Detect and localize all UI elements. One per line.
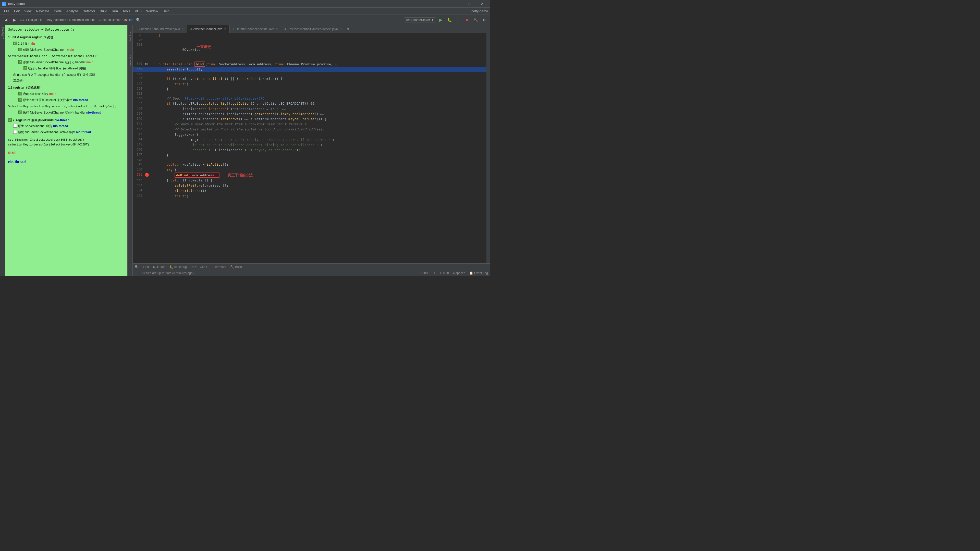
encoding[interactable]: UTF-8 bbox=[440, 271, 449, 275]
checkbox-start-boss[interactable] bbox=[18, 92, 22, 96]
tab-close-1[interactable]: ✕ bbox=[224, 27, 226, 30]
menu-vcs[interactable]: VCS bbox=[133, 8, 144, 14]
checkbox-section-2[interactable] bbox=[8, 118, 12, 122]
tab-default-pipeline[interactable]: J DefaultChannelPipeline.java ✕ bbox=[230, 25, 282, 33]
todo-tool[interactable]: ☑ 6: TODO bbox=[191, 265, 207, 269]
code-line-544: 544 msg: "A non-root user can't receive … bbox=[133, 137, 487, 142]
menu-file[interactable]: File bbox=[2, 8, 11, 14]
menu-edit[interactable]: Edit bbox=[12, 8, 22, 14]
breadcrumb-bind[interactable]: m bind bbox=[124, 18, 133, 22]
menu-bar: File Edit View Navigate Code Analyze Ref… bbox=[0, 8, 490, 15]
tab-abstract-handler-context[interactable]: J AbstractChannelHandlerContext.java ✕ bbox=[281, 25, 345, 33]
vertical-tabs: Structure Favorites bbox=[127, 25, 133, 276]
breadcrumb-channel[interactable]: channel bbox=[56, 18, 66, 22]
code-content[interactable]: 526 } 527 528 bbox=[133, 33, 487, 263]
tab-close-3[interactable]: ✕ bbox=[339, 27, 342, 30]
item-1-1: 1.1 init main bbox=[13, 41, 124, 47]
tab-bar: J ChannelOutboundInvoker.java ✕ J Abstra… bbox=[133, 25, 490, 33]
breadcrumb-abstractchannel[interactable]: C AbstractChannel bbox=[69, 18, 95, 22]
cursor-position[interactable]: 530:1 bbox=[421, 271, 428, 275]
left-side-strip: 1: Project bbox=[0, 25, 5, 276]
tab-overflow[interactable]: ▼ bbox=[345, 27, 351, 31]
line-separator[interactable]: LF bbox=[433, 271, 436, 275]
minimize-button[interactable]: ─ bbox=[452, 0, 463, 8]
indent-setting[interactable]: 4 spaces bbox=[453, 271, 465, 275]
item-init-handler: 初始化 handler 等待调用 (nio-thread 调用) bbox=[24, 66, 124, 72]
code-line-552: 552 } catch (Throwable t) { bbox=[133, 178, 487, 183]
menu-run[interactable]: Run bbox=[110, 8, 120, 14]
app-icon: J bbox=[2, 2, 6, 6]
menu-view[interactable]: View bbox=[22, 8, 33, 14]
breakpoint-icon[interactable]: 🔴 bbox=[145, 173, 149, 177]
checkbox-active-event[interactable] bbox=[13, 130, 17, 134]
debug-icon: 🐛 bbox=[169, 265, 173, 269]
event-log-button[interactable]: 📋 Event Log bbox=[469, 271, 488, 275]
menu-window[interactable]: Window bbox=[144, 8, 160, 14]
code-line-538: 538 localAddress instanceof InetSocketAd… bbox=[133, 107, 487, 111]
checkbox-create-nio[interactable] bbox=[18, 48, 22, 51]
maximize-button[interactable]: □ bbox=[464, 0, 476, 8]
forward-button[interactable]: ▶ bbox=[11, 16, 18, 24]
search-button[interactable]: 🔍 bbox=[134, 16, 142, 24]
menu-build[interactable]: Build bbox=[98, 8, 109, 14]
checkbox-exec-handler[interactable] bbox=[18, 110, 22, 114]
tab-close-2[interactable]: ✕ bbox=[275, 27, 278, 30]
favorites-tab[interactable]: Favorites bbox=[128, 54, 132, 67]
checkbox-register-ssc[interactable] bbox=[18, 98, 22, 102]
terminal-tool[interactable]: ⊞ Terminal bbox=[211, 265, 226, 269]
menu-code[interactable]: Code bbox=[52, 8, 64, 14]
coverage-button[interactable]: ⊞ bbox=[454, 16, 462, 24]
menu-refactor[interactable]: Refactor bbox=[81, 8, 97, 14]
debug-button[interactable]: 🐛 bbox=[445, 16, 453, 24]
tab-channel-outbound[interactable]: J ChannelOutboundInvoker.java ✕ bbox=[133, 25, 187, 33]
menu-tools[interactable]: Tools bbox=[121, 8, 132, 14]
scrollbar[interactable] bbox=[487, 33, 490, 263]
selectionkey-code: SelectionKey selectionKey = ssc.register… bbox=[8, 104, 124, 109]
code-line-526: 526 } bbox=[133, 33, 487, 38]
bind-code: ssc.bind(new InetSocketAddress(8080,back… bbox=[8, 137, 124, 148]
breadcrumb-io[interactable]: io bbox=[40, 18, 42, 22]
code-line-551: 551 🔴 doBind(localAddress); 真正干活的方法 bbox=[133, 172, 487, 178]
run-tool[interactable]: ▶ 4: Run bbox=[153, 265, 165, 269]
bottom-tools-bar: 🔍 3: Find ▶ 4: Run 🐛 5: Debug ☑ 6: TODO … bbox=[133, 263, 490, 270]
status-message[interactable]: All files are up-to-date (3 minutes ago) bbox=[142, 271, 193, 275]
main-label-block: main bbox=[8, 149, 124, 156]
code-line-541: 541 // Warn a user about the fact that a… bbox=[133, 122, 487, 127]
code-line-527: 527 bbox=[133, 38, 487, 43]
project-tab[interactable]: 1: Project bbox=[0, 26, 5, 40]
checkbox-1-1[interactable] bbox=[13, 41, 17, 45]
settings-button[interactable]: ⚙ bbox=[480, 16, 488, 24]
breadcrumb-abstractunsafe[interactable]: C AbstractUnsafe bbox=[97, 18, 121, 22]
chevron-down-icon[interactable]: ▼ bbox=[431, 18, 434, 22]
debug-tool[interactable]: 🐛 5: Debug bbox=[169, 265, 187, 269]
code-line-545: 545 "is not bound to a wildcard address;… bbox=[133, 142, 487, 148]
run-button[interactable]: ▶ bbox=[437, 16, 445, 24]
selector-code: Selector selector = Selector.open(); bbox=[8, 27, 124, 33]
breadcrumb-jar[interactable]: 1.39.Final.jar bbox=[19, 18, 37, 22]
menu-help[interactable]: Help bbox=[161, 8, 172, 14]
build-button[interactable]: 🔨 bbox=[472, 16, 479, 24]
find-tool[interactable]: 🔍 3: Find bbox=[135, 265, 149, 269]
stop-button[interactable]: ⏹ bbox=[463, 16, 471, 24]
tab-label-2: DefaultChannelPipeline.java bbox=[236, 27, 274, 31]
menu-navigate[interactable]: Navigate bbox=[34, 8, 51, 14]
code-line-555: 555 return; bbox=[133, 193, 487, 199]
structure-tab[interactable]: Structure bbox=[128, 30, 132, 44]
menu-analyze[interactable]: Analyze bbox=[64, 8, 80, 14]
tab-close-0[interactable]: ✕ bbox=[181, 27, 184, 30]
title-bar-left: J netty-demo bbox=[2, 2, 25, 6]
tab-abstract-channel[interactable]: J AbstractChannel.java ✕ bbox=[187, 25, 229, 33]
code-line-534: 534 } bbox=[133, 86, 487, 92]
checkbox-init-handler[interactable] bbox=[24, 66, 27, 70]
checkbox-bind-server[interactable] bbox=[13, 124, 17, 127]
code-line-528: 528 @Override 一直跟进 bbox=[133, 43, 487, 62]
code-line-537: 537 if (Boolean.TRUE.equals(config().get… bbox=[133, 101, 487, 106]
close-button[interactable]: ✕ bbox=[476, 0, 488, 8]
build-tool[interactable]: 🔨 Build bbox=[230, 265, 242, 269]
nio-label-block: nio-thread bbox=[8, 159, 124, 165]
checkbox-add-handler[interactable] bbox=[18, 60, 22, 64]
back-button[interactable]: ◀ bbox=[2, 16, 10, 24]
breadcrumb-netty[interactable]: netty bbox=[46, 18, 52, 22]
code-line-549: 549 boolean wasActive = isActive(); bbox=[133, 162, 487, 167]
code-line-536: 536 // See: https://github.com/netty/net… bbox=[133, 96, 487, 101]
